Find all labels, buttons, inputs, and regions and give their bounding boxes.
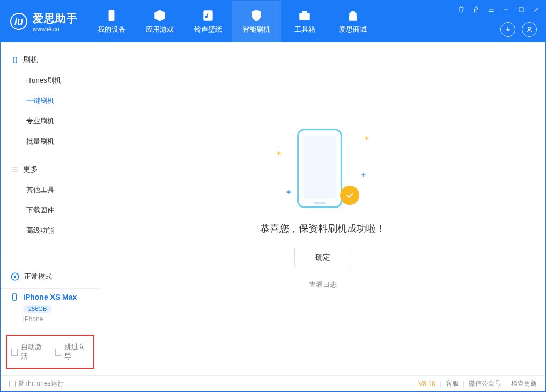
check-update-link[interactable]: 检查更新 <box>511 379 537 388</box>
logo-icon: iu <box>10 13 27 30</box>
cube-icon <box>153 9 167 23</box>
bag-icon <box>346 9 360 23</box>
mode-label: 正常模式 <box>24 272 52 282</box>
svg-point-9 <box>14 276 17 278</box>
nav-my-device[interactable]: 我的设备 <box>87 1 136 42</box>
plus-icon: + <box>361 171 366 179</box>
svg-rect-5 <box>519 8 523 12</box>
statusbar-links: V8.16 | 客服 | 微信公众号 | 检查更新 <box>418 379 537 388</box>
svg-rect-3 <box>302 11 307 13</box>
minimize-button[interactable] <box>501 5 511 14</box>
options-highlight-box: 自动激活 跳过向导 <box>6 335 94 369</box>
svg-rect-1 <box>203 10 212 21</box>
toolbox-icon <box>298 9 312 23</box>
app-name: 爱思助手 <box>33 11 78 26</box>
success-check-icon <box>340 186 359 205</box>
group-label: 刷机 <box>23 55 38 65</box>
maximize-button[interactable] <box>517 5 526 14</box>
download-button[interactable] <box>500 22 515 37</box>
skip-guide-checkbox[interactable]: 跳过向导 <box>55 342 90 361</box>
device-icon <box>105 9 119 23</box>
sidebar-group-more: 更多 其他工具 下载固件 高级功能 <box>1 152 100 241</box>
music-icon <box>201 9 215 23</box>
window-controls <box>456 5 541 14</box>
mode-icon <box>10 272 20 282</box>
device-info[interactable]: iPhone XS Max 256GB iPhone <box>1 288 100 330</box>
sidebar-item-batch-flash[interactable]: 批量刷机 <box>1 131 100 152</box>
sidebar-item-itunes-flash[interactable]: iTunes刷机 <box>1 70 100 91</box>
checkbox-label: 阻止iTunes运行 <box>19 379 64 388</box>
wechat-link[interactable]: 微信公众号 <box>469 379 501 388</box>
checkbox-label: 跳过向导 <box>64 342 89 361</box>
lock-icon[interactable] <box>471 5 481 14</box>
block-itunes-checkbox[interactable]: 阻止iTunes运行 <box>9 379 64 388</box>
phone-icon <box>10 293 19 301</box>
nav-label: 我的设备 <box>98 25 126 34</box>
success-illustration: ✦ + ✦ + <box>291 129 355 209</box>
sidebar-group-flash: 刷机 iTunes刷机 一键刷机 专业刷机 批量刷机 <box>1 42 100 152</box>
device-mode[interactable]: 正常模式 <box>1 265 100 288</box>
svg-rect-10 <box>13 294 17 300</box>
nav-flash[interactable]: 智能刷机 <box>232 1 281 42</box>
svg-rect-2 <box>299 13 310 20</box>
nav-store[interactable]: 爱思商城 <box>329 1 377 42</box>
sparkle-icon: ✦ <box>276 149 282 158</box>
device-capacity: 256GB <box>23 305 52 313</box>
nav-toolbox[interactable]: 工具箱 <box>281 1 329 42</box>
success-message: 恭喜您，保资料刷机成功啦！ <box>260 222 386 235</box>
sidebar-group-title: 更多 <box>1 159 100 180</box>
device-name-label: iPhone XS Max <box>23 293 77 301</box>
sidebar-item-onekey-flash[interactable]: 一键刷机 <box>1 91 100 111</box>
support-link[interactable]: 客服 <box>446 379 459 388</box>
device-type: iPhone <box>23 315 90 323</box>
nav-label: 应用游戏 <box>146 25 174 34</box>
sidebar-item-other-tools[interactable]: 其他工具 <box>1 180 100 200</box>
shirt-icon[interactable] <box>456 5 466 14</box>
sparkle-icon: ✦ <box>364 134 370 143</box>
checkbox-label: 自动激活 <box>21 342 46 361</box>
nav-label: 爱思商城 <box>339 25 367 34</box>
svg-rect-0 <box>109 10 115 21</box>
auto-activate-checkbox[interactable]: 自动激活 <box>11 342 46 361</box>
statusbar: 阻止iTunes运行 V8.16 | 客服 | 微信公众号 | 检查更新 <box>1 375 545 391</box>
device-panel: 正常模式 iPhone XS Max 256GB iPhone <box>1 265 100 330</box>
sidebar-item-advanced[interactable]: 高级功能 <box>1 220 100 241</box>
close-button[interactable] <box>532 5 541 14</box>
checkbox-icon <box>11 349 18 356</box>
nav-label: 智能刷机 <box>242 25 270 34</box>
phone-icon <box>297 129 342 208</box>
ok-button[interactable]: 确定 <box>294 248 351 267</box>
nav-label: 工具箱 <box>294 25 315 34</box>
header-circle-buttons <box>500 22 537 37</box>
logo-text: 爱思助手 www.i4.cn <box>33 11 78 32</box>
titlebar: iu 爱思助手 www.i4.cn 我的设备 应用游戏 铃声壁纸 智能刷机 工具… <box>1 1 545 42</box>
app-url: www.i4.cn <box>33 26 78 32</box>
main-content: ✦ + ✦ + 恭喜您，保资料刷机成功啦！ 确定 查看日志 <box>100 42 545 375</box>
sidebar-group-title: 刷机 <box>1 50 100 70</box>
menu-icon[interactable] <box>486 5 496 14</box>
user-button[interactable] <box>522 22 537 37</box>
checkbox-icon <box>9 381 16 387</box>
nav-ringtones[interactable]: 铃声壁纸 <box>184 1 232 42</box>
group-label: 更多 <box>23 165 38 174</box>
sidebar-item-download-firmware[interactable]: 下载固件 <box>1 200 100 220</box>
app-logo: iu 爱思助手 www.i4.cn <box>1 11 87 32</box>
nav-apps-games[interactable]: 应用游戏 <box>136 1 184 42</box>
svg-rect-7 <box>13 57 17 63</box>
shield-icon <box>249 9 263 23</box>
checkbox-icon <box>55 349 62 356</box>
nav-label: 铃声壁纸 <box>194 25 222 34</box>
version-label: V8.16 <box>418 380 435 388</box>
phone-icon <box>11 56 19 64</box>
view-log-link[interactable]: 查看日志 <box>309 280 337 290</box>
sidebar-item-pro-flash[interactable]: 专业刷机 <box>1 111 100 131</box>
app-body: 刷机 iTunes刷机 一键刷机 专业刷机 批量刷机 更多 其他工具 下载固件 … <box>1 42 545 375</box>
sidebar: 刷机 iTunes刷机 一键刷机 专业刷机 批量刷机 更多 其他工具 下载固件 … <box>1 42 100 375</box>
list-icon <box>11 166 19 173</box>
svg-rect-4 <box>475 9 478 12</box>
top-nav: 我的设备 应用游戏 铃声壁纸 智能刷机 工具箱 爱思商城 <box>87 1 377 42</box>
svg-point-6 <box>528 27 531 30</box>
plus-icon: + <box>286 188 291 196</box>
